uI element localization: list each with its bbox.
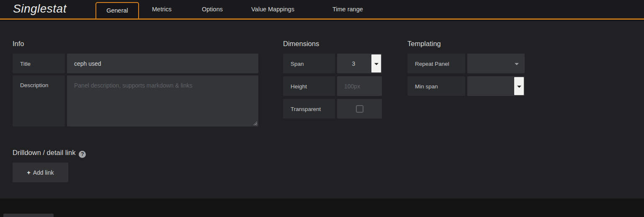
drilldown-section-title-text: Drilldown / detail link [13, 149, 75, 156]
tab-options-label: Options [202, 6, 223, 13]
tab-general[interactable]: General [95, 2, 139, 18]
span-select-value: 3 [337, 60, 370, 67]
tab-options[interactable]: Options [202, 0, 223, 18]
transparent-field-label: Transparent [283, 99, 335, 119]
page-title-text: Singlestat [13, 2, 67, 15]
bottom-strip [0, 199, 644, 217]
min-span-field-label-text: Min span [415, 83, 438, 89]
dimensions-section-title: Dimensions [283, 40, 319, 48]
add-link-button-inner: +Add link [13, 169, 68, 176]
general-tab-content: Info Title Description Dimensions Span 3… [0, 21, 644, 199]
min-span-select[interactable] [467, 76, 525, 96]
drilldown-section-title: Drilldown / detail link? [13, 149, 86, 158]
info-section-title: Info [13, 40, 24, 48]
textarea-resize-handle[interactable] [252, 121, 257, 125]
height-field-label: Height [283, 76, 335, 96]
templating-section-title: Templating [407, 40, 441, 48]
help-icon[interactable]: ? [79, 151, 86, 158]
tab-value-mappings-label: Value Mappings [251, 6, 294, 13]
tab-general-label: General [106, 7, 128, 14]
description-field-label-text: Description [20, 82, 49, 88]
tab-metrics-label: Metrics [152, 6, 172, 13]
height-input[interactable] [337, 76, 382, 96]
tab-metrics[interactable]: Metrics [152, 0, 172, 18]
add-link-button[interactable]: +Add link [13, 163, 68, 182]
description-field-label: Description [13, 75, 65, 127]
min-span-select-button[interactable] [514, 77, 524, 95]
height-field-label-text: Height [291, 83, 307, 89]
span-field-label-text: Span [291, 60, 304, 67]
title-input[interactable] [67, 54, 258, 73]
plus-icon: + [27, 169, 31, 176]
description-textarea[interactable] [67, 75, 258, 127]
chevron-down-icon [515, 63, 519, 65]
repeat-panel-field-label: Repeat Panel [407, 54, 465, 73]
transparent-checkbox[interactable] [356, 105, 363, 112]
repeat-panel-select[interactable] [467, 54, 525, 73]
min-span-field-label: Min span [407, 76, 465, 96]
panel-editor: Singlestat General Metrics Options Value… [0, 0, 644, 217]
span-field-label: Span [283, 54, 335, 73]
editor-header: Singlestat General Metrics Options Value… [0, 0, 644, 20]
title-field-label-text: Title [20, 60, 31, 67]
partial-bottom-button[interactable] [3, 214, 54, 217]
transparent-field-label-text: Transparent [291, 106, 321, 112]
tab-time-range[interactable]: Time range [332, 0, 363, 18]
span-select-button[interactable] [371, 54, 381, 72]
tab-value-mappings[interactable]: Value Mappings [251, 0, 294, 18]
span-select[interactable]: 3 [337, 54, 382, 73]
page-title: Singlestat [13, 2, 67, 16]
add-link-button-label: Add link [33, 169, 54, 176]
chevron-down-icon [517, 85, 521, 88]
chevron-down-icon [374, 63, 379, 65]
tab-time-range-label: Time range [332, 6, 363, 13]
transparent-checkbox-field[interactable] [337, 99, 382, 119]
title-field-label: Title [13, 54, 65, 73]
repeat-panel-field-label-text: Repeat Panel [415, 60, 449, 67]
